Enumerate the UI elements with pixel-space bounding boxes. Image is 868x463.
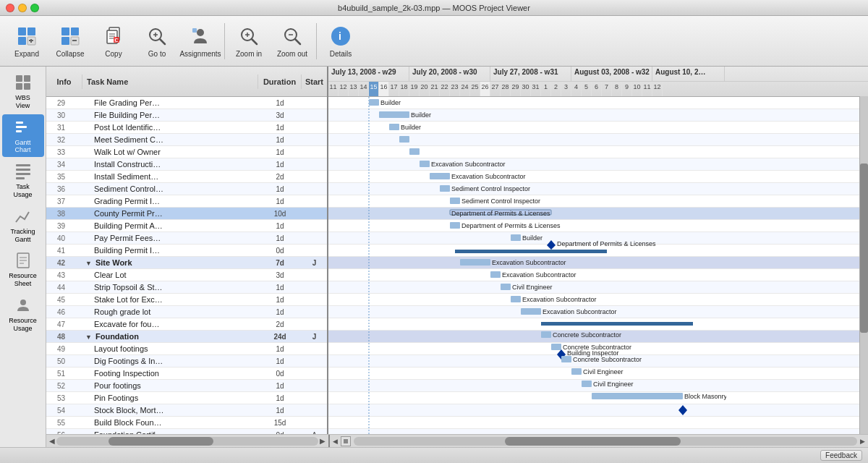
- table-row[interactable]: 41 Building Permit I… 0d: [46, 245, 327, 257]
- task-list-body[interactable]: 29 File Grading Per… 1d 30 File Building…: [46, 97, 327, 434]
- svg-text:Excavation Subcontractor: Excavation Subcontractor: [492, 259, 566, 266]
- task-duration: 7d: [258, 259, 302, 267]
- task-name: Meet Sediment C…: [82, 135, 258, 144]
- col-start-header: Start: [302, 75, 327, 89]
- goto-button[interactable]: Go to: [136, 20, 178, 63]
- task-duration: 1d: [258, 124, 302, 132]
- svg-rect-91: [541, 331, 551, 338]
- task-name: ▼ Site Work: [82, 258, 258, 267]
- svg-rect-60: [430, 173, 450, 179]
- table-row[interactable]: 49 Layout footings 1d: [46, 343, 327, 355]
- svg-rect-75: [455, 250, 607, 253]
- feedback-button[interactable]: Feedback: [820, 450, 862, 461]
- expand-button[interactable]: Expand: [6, 20, 48, 63]
- day-label: 10: [632, 82, 642, 96]
- task-duration: 1d: [258, 394, 302, 402]
- table-row[interactable]: 42 ▼ Site Work 7d J: [46, 257, 327, 269]
- table-row[interactable]: 37 Grading Permit I… 1d: [46, 195, 327, 208]
- row-num: 40: [46, 234, 68, 242]
- sidebar-item-resource-usage[interactable]: ResourceUsage: [2, 292, 44, 336]
- minimize-button[interactable]: [18, 4, 27, 12]
- zoom-out-icon: [281, 25, 304, 48]
- table-row[interactable]: 30 File Building Per… 3d: [46, 109, 327, 122]
- bottom-scrollbars: ◀ ▶ ◀ ▶: [46, 434, 868, 447]
- tracking-label: TrackingGantt: [10, 228, 35, 244]
- task-duration: 3d: [258, 111, 302, 119]
- sidebar-item-wbs[interactable]: WBSView: [2, 69, 44, 113]
- table-row[interactable]: 38 County Permit Pr… 10d: [46, 208, 327, 220]
- svg-rect-0: [18, 27, 26, 35]
- table-row[interactable]: 39 Building Permit A… 1d: [46, 220, 327, 232]
- table-row[interactable]: 56 Foundation Certif… 0d A: [46, 429, 327, 434]
- sidebar-item-tracking[interactable]: TrackingGantt: [2, 203, 44, 247]
- table-row[interactable]: 44 Strip Topsoil & St… 1d: [46, 281, 327, 294]
- svg-rect-37: [16, 122, 23, 124]
- table-row[interactable]: 45 Stake Lot for Exc… 1d: [46, 294, 327, 306]
- gantt-weeks-row: July 13, 2008 - w29 July 20, 2008 - w30 …: [328, 67, 868, 82]
- table-row[interactable]: 40 Pay Permit Fees… 1d: [46, 232, 327, 245]
- table-row[interactable]: 50 Dig Footings & In… 1d: [46, 355, 327, 368]
- zoom-out-button[interactable]: Zoom out: [271, 20, 313, 63]
- scroll-bar-h-left[interactable]: [56, 437, 318, 446]
- gantt-scroll-left-icon[interactable]: ◀: [333, 438, 338, 445]
- table-row[interactable]: 32 Meet Sediment C… 1d: [46, 134, 327, 146]
- gantt-scroll-corner[interactable]: [341, 436, 351, 446]
- table-row[interactable]: 43 Clear Lot 3d: [46, 269, 327, 281]
- task-duration: 15d: [258, 419, 302, 427]
- svg-text:Block Masonry Subc…: Block Masonry Subc…: [684, 393, 726, 400]
- svg-rect-56: [399, 136, 409, 143]
- task-name: Install Constructi…: [82, 160, 258, 169]
- copy-button[interactable]: C Copy: [93, 20, 135, 63]
- gantt-scroll-right-icon[interactable]: ▶: [860, 438, 865, 445]
- row-num: 42: [46, 259, 68, 267]
- scroll-left-arrow[interactable]: ◀: [49, 437, 55, 445]
- close-button[interactable]: [6, 4, 14, 12]
- day-label: 31: [531, 82, 541, 96]
- table-row[interactable]: 34 Install Constructi… 1d: [46, 158, 327, 171]
- row-num: 37: [46, 197, 68, 205]
- svg-rect-64: [450, 197, 460, 204]
- table-row[interactable]: 35 Install Sediment… 2d: [46, 171, 327, 183]
- collapse-button[interactable]: Collapse: [49, 20, 91, 63]
- svg-rect-7: [71, 27, 79, 35]
- maximize-button[interactable]: [30, 4, 39, 12]
- svg-rect-36: [24, 83, 30, 90]
- table-row[interactable]: 55 Build Block Foun… 15d: [46, 417, 327, 429]
- details-button[interactable]: i Details: [320, 20, 362, 63]
- table-row[interactable]: 53 Pin Footings 1d: [46, 392, 327, 404]
- scroll-thumb-gantt: [505, 437, 681, 446]
- scroll-right-arrow[interactable]: ▶: [320, 437, 326, 445]
- task-duration: 1d: [258, 234, 302, 242]
- svg-text:Excavation Subcontractor: Excavation Subcontractor: [542, 308, 617, 315]
- day-label: 5: [582, 82, 592, 96]
- table-row[interactable]: 31 Post Lot Identific… 1d: [46, 122, 327, 134]
- sidebar-item-resource-sheet[interactable]: ResourceSheet: [2, 247, 44, 291]
- table-row[interactable]: 48 ▼ Foundation 24d J: [46, 331, 327, 343]
- gantt-body[interactable]: Builder Builder Builder Excav: [328, 97, 868, 434]
- table-row[interactable]: 33 Walk Lot w/ Owner 1d: [46, 146, 327, 158]
- row-num: 47: [46, 320, 68, 328]
- vertical-scrollbar[interactable]: [859, 96, 868, 434]
- svg-rect-58: [420, 161, 430, 167]
- sidebar-item-gantt[interactable]: GanttChart: [2, 114, 44, 158]
- scrollbar-thumb[interactable]: [860, 163, 868, 333]
- table-row[interactable]: 46 Rough grade lot 1d: [46, 306, 327, 318]
- table-row[interactable]: 47 Excavate for fou… 2d: [46, 318, 327, 331]
- svg-rect-93: [551, 344, 561, 350]
- table-row[interactable]: 29 File Grading Per… 1d: [46, 97, 327, 109]
- svg-rect-78: [460, 259, 490, 266]
- task-list-header: Info Task Name Duration Start: [46, 67, 327, 97]
- table-row[interactable]: 52 Pour footings 1d: [46, 380, 327, 392]
- day-label: 25: [470, 82, 480, 96]
- task-name: Grading Permit I…: [82, 197, 258, 205]
- day-label: 13: [349, 82, 359, 96]
- assignments-button[interactable]: Assignments: [179, 20, 221, 63]
- scroll-bar-h-gantt[interactable]: [354, 437, 857, 446]
- table-row[interactable]: 51 Footing Inspection 0d: [46, 368, 327, 380]
- svg-text:i: i: [339, 30, 341, 42]
- sidebar-item-task-usage[interactable]: TaskUsage: [2, 158, 44, 202]
- svg-rect-2: [18, 37, 26, 45]
- zoom-in-button[interactable]: Zoom in: [228, 20, 270, 63]
- table-row[interactable]: 54 Stock Block, Mort… 1d: [46, 404, 327, 417]
- table-row[interactable]: 36 Sediment Control… 1d: [46, 183, 327, 195]
